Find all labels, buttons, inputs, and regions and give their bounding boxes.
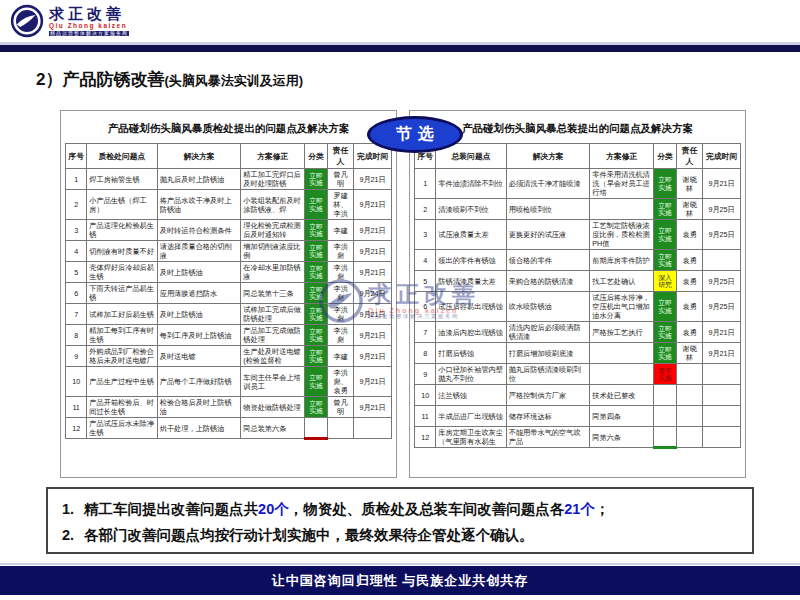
cell-person [677,406,703,427]
tables-area: 产品碰划伤头脑风暴质检处提出的问题点及解决方案 序号质检处问题点解决方案方案修正… [60,110,746,478]
qc-table-title: 产品碰划伤头脑风暴质检处提出的问题点及解决方案 [65,122,392,136]
cell-date: 9月21日 [703,343,741,364]
cell-revision: 技术处已整改 [590,385,654,406]
cell-solution: 及时上防锈油 [157,304,241,325]
cell-date [703,385,741,406]
column-header: 分类 [654,144,677,169]
cell-problem: 焊工房袖管生锈 [87,169,157,190]
cell-no: 7 [415,322,436,343]
cell-person: 曾凡明 [328,169,354,190]
cell-problem: 小产品生锈（焊工房） [87,190,157,220]
cell-person: 谢晓林 [677,343,703,364]
cell-problem: 精加工每到工序有时生锈 [87,325,157,346]
summary-line-2-text: 各部门改善问题点均按行动计划实施中，最终效果待企管处逐个确认。 [84,527,534,543]
table-row: 11半成品进厂出现锈蚀储存环境达标同第四条 [415,406,741,427]
cell-revision [590,364,654,385]
table-row: 12产品试压后水未除净生锈烘干处理，上防锈油同总装第六条 [66,418,392,439]
cell-problem: 切削液有时质量不好 [87,241,157,262]
cell-revision: 生产处及时送电镀(检验监督检 [241,346,305,367]
cell-solution: 及时送电镀 [157,346,241,367]
cell-problem: 领出的零件有锈蚀 [436,250,506,271]
cell-no: 2 [66,190,87,220]
table-row: 4领出的零件有锈蚀领合格的零件前期库房零件防护立即实施袁勇 [415,250,741,271]
cell-date: 9月21日 [354,367,392,397]
cell-no: 8 [66,325,87,346]
cell-problem: 防锈清漆质量太差 [436,271,506,292]
cell-category [654,385,677,406]
cell-revision: 严格按工艺执行 [590,322,654,343]
table-row: 9小口径加长袖管内壁抛丸不到位抛丸后防锈清漆喷刷到位暂不实施 [415,364,741,385]
cell-revision: 试棒加工完成后做防锈处理 [241,304,305,325]
cell-no: 4 [415,250,436,271]
cell-date: 9月25日 [703,220,741,250]
logo-circle-icon [10,4,44,38]
cell-date: 9月21日 [354,241,392,262]
footer-slogan: 让中国咨询回归理性 与民族企业共创共存 [272,572,529,590]
cell-no: 5 [66,262,87,283]
table-row: 2清漆喷刷不到位用喷枪喷到位立即实施谢晓林9月25日 [415,199,741,220]
cell-date [703,364,741,385]
table-row: 4切削液有时质量不好请选择质量合格的切削液增加切削液浓度比例立即实施李洪彪9月2… [66,241,392,262]
cell-solution: 储存环境达标 [506,406,590,427]
cell-person: 袁勇 [677,250,703,271]
cell-no: 6 [66,283,87,304]
table-row: 6试压后容易出现锈蚀吹水喷防锈油试压后将水排净，空压机出气口增加油水分离立即实施… [415,292,741,322]
cell-problem: 零件油渍清除不到位 [436,169,506,199]
cell-revision: 找工艺处确认 [590,271,654,292]
cell-no: 12 [415,427,436,448]
cell-solution: 抛丸后及时上防锈油 [157,169,241,190]
cell-solution: 每到工序及时上防锈油 [157,325,241,346]
cell-solution: 抛丸后防锈清漆喷刷到位 [506,364,590,385]
table-row: 10产品生产过程中生锈产品每个工序做好防锈车间主任早会上培训员工立即实施李洪彪、… [66,367,392,397]
cell-problem: 下雨天转运产品易生锈 [87,283,157,304]
column-header: 完成时间 [703,144,741,169]
column-header: 解决方案 [157,144,241,169]
cell-solution: 清洗内腔后必须喷洒防锈清漆 [506,322,590,343]
cell-category: 立即实施 [305,283,328,304]
cell-revision: 试压后将水排净，空压机出气口增加油水分离 [590,292,654,322]
cell-solution: 吹水喷防锈油 [506,292,590,322]
cell-category: 立即实施 [654,199,677,220]
summary-line-1: 1.精工车间提出改善问题点共20个，物资处、质检处及总装车间改善问题点各21个； [62,496,738,522]
cell-no: 10 [415,385,436,406]
cell-solution: 采购合格的防锈清漆 [506,271,590,292]
cell-person: 李洪彪 [328,262,354,283]
cell-problem: 库房定期卫生吹灰尘（气里面有水易生 [436,427,506,448]
footer-divider [0,563,800,565]
cell-date: 9月21日 [354,346,392,367]
summary-line-1-text: 精工车间提出改善问题点共 [84,501,258,517]
cell-category: 立即实施 [654,250,677,271]
cell-person: 袁勇 [677,220,703,250]
page-title-sub: (头脑风暴法实训及运用) [164,73,303,88]
cell-date: 9月25日 [703,199,741,220]
cell-category: 深入研究 [654,271,677,292]
footer-bar: 让中国咨询回归理性 与民族企业共创共存 [0,566,800,595]
cell-date: 9月21日 [354,169,392,190]
cell-category: 立即实施 [305,304,328,325]
cell-date: 9月21日 [354,325,392,346]
cell-person: 袁勇 [677,292,703,322]
cell-person: 罗建林、李洪 [328,190,354,220]
cell-category: 立即实施 [305,397,328,418]
qc-table-panel: 产品碰划伤头脑风暴质检处提出的问题点及解决方案 序号质检处问题点解决方案方案修正… [60,110,397,478]
table-row: 8打磨后锈蚀打磨后增加喷刷底漆立即实施谢晓林9月21日 [415,343,741,364]
cell-category [305,418,328,439]
column-header: 解决方案 [506,144,590,169]
cell-no: 7 [66,304,87,325]
cell-problem: 小口径加长袖管内壁抛丸不到位 [436,364,506,385]
summary-line-2: 2.各部门改善问题点均按行动计划实施中，最终效果待企管处逐个确认。 [62,522,738,548]
table-row: 10法兰锈蚀严格控制供方厂家技术处已整改 [415,385,741,406]
cell-date: 9月21日 [354,220,392,241]
column-header: 质检处问题点 [87,144,157,169]
cell-date: 9月25日 [703,271,741,292]
cell-problem: 产品送理化检验易生锈 [87,220,157,241]
cell-problem: 试压液质量太差 [436,220,506,250]
summary-line-1-count-2: 21个 [564,501,595,517]
cell-date: 9月21日 [354,190,392,220]
cell-revision: 工艺制定防锈液浓度比例，质检检测PH值 [590,220,654,250]
cell-category: 立即实施 [654,292,677,322]
table-row: 11产品开箱检验后、时间过长生锈检验合格后及时上防锈油物资处做防锈处理立即实施曾… [66,397,392,418]
assembly-table-panel: 产品碰划伤头脑风暴总装提出的问题点及解决方案 序号总装问题点解决方案方案修正分类… [409,110,746,478]
cell-person: 李建 [328,220,354,241]
table-row: 3产品送理化检验易生锈及时转运符合检测条件理化检验完成检测后及时通知转立即实施李… [66,220,392,241]
